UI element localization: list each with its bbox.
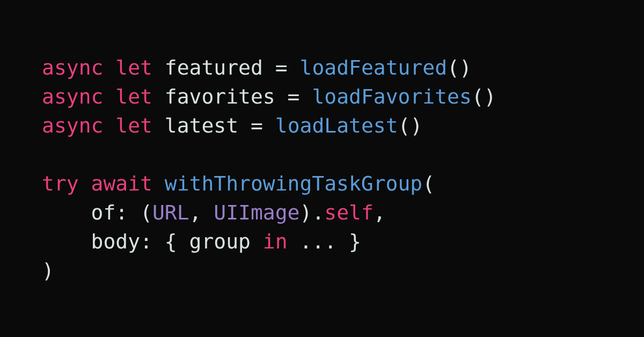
indent bbox=[42, 201, 91, 224]
parentheses: () bbox=[472, 85, 496, 108]
brace-open: { bbox=[165, 230, 189, 253]
brace-close: } bbox=[349, 230, 361, 253]
type-uiimage: UIImage bbox=[214, 201, 299, 224]
parentheses: () bbox=[447, 56, 472, 79]
identifier: favorites bbox=[165, 85, 275, 108]
code-block: async let featured = loadFeatured() asyn… bbox=[42, 54, 602, 285]
closure-param: group bbox=[189, 230, 263, 253]
operator-equals: = bbox=[251, 114, 263, 137]
operator-equals: = bbox=[288, 85, 300, 108]
keyword-in: in bbox=[263, 230, 288, 253]
paren-open: ( bbox=[422, 172, 435, 195]
comma: , bbox=[189, 201, 214, 224]
keyword-let: let bbox=[115, 114, 152, 137]
keyword-async: async bbox=[42, 114, 103, 137]
keyword-let: let bbox=[115, 56, 152, 79]
function-call: loadLatest bbox=[275, 114, 398, 137]
operator-equals: = bbox=[275, 56, 288, 79]
keyword-let: let bbox=[115, 85, 152, 108]
function-call: withThrowingTaskGroup bbox=[165, 172, 422, 195]
paren-close: ) bbox=[42, 259, 54, 282]
keyword-try: try bbox=[42, 172, 79, 195]
identifier: featured bbox=[165, 56, 263, 79]
arg-label: body: bbox=[91, 230, 152, 253]
parentheses: () bbox=[398, 114, 423, 137]
paren-close-dot: ). bbox=[300, 201, 325, 224]
arg-label: of: bbox=[91, 201, 128, 224]
keyword-async: async bbox=[42, 85, 103, 108]
keyword-self: self bbox=[324, 201, 374, 224]
keyword-await: await bbox=[91, 172, 152, 195]
identifier: latest bbox=[165, 114, 238, 137]
comma: , bbox=[374, 201, 386, 224]
paren-open: ( bbox=[140, 201, 152, 224]
ellipsis: ... bbox=[288, 230, 349, 253]
type-url: URL bbox=[152, 201, 189, 224]
space bbox=[152, 230, 165, 253]
function-call: loadFeatured bbox=[300, 56, 448, 79]
space bbox=[128, 201, 140, 224]
keyword-async: async bbox=[42, 56, 103, 79]
function-call: loadFavorites bbox=[312, 85, 471, 108]
indent bbox=[42, 230, 91, 253]
